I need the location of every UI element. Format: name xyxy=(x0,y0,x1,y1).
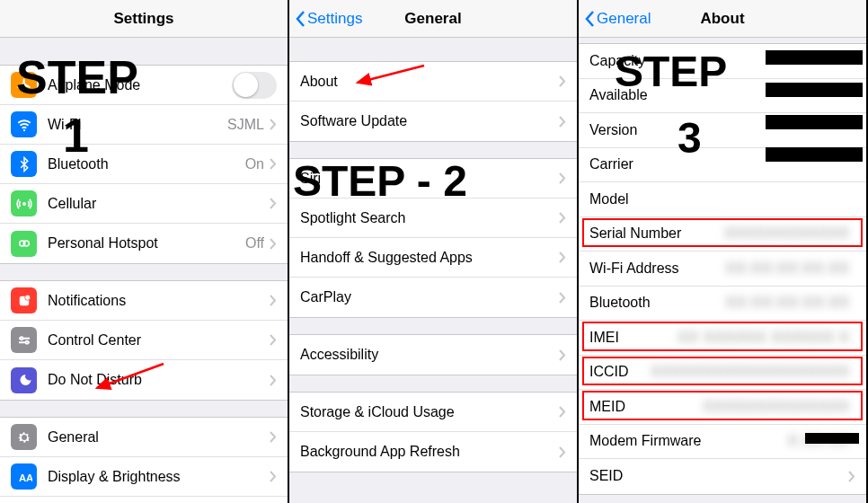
svg-point-0 xyxy=(22,128,24,130)
about-pane: General About CapacityAvailableVersionCa… xyxy=(579,0,868,503)
chevron-right-icon xyxy=(270,238,277,250)
row-label: Wi-Fi xyxy=(48,117,227,133)
settings-group-connectivity: Airplane Mode Wi-Fi SJML Bluetooth On Ce… xyxy=(0,65,288,264)
notifications-icon xyxy=(11,287,37,313)
dnd-icon xyxy=(11,367,37,393)
chevron-right-icon xyxy=(559,116,566,128)
general-group-3: Accessibility xyxy=(289,334,577,375)
row-label: Software Update xyxy=(300,113,559,129)
back-to-general[interactable]: General xyxy=(584,10,651,28)
row-notifications[interactable]: Notifications xyxy=(0,281,288,321)
gear-icon xyxy=(11,424,37,450)
row-wallpaper[interactable]: Wallpaper xyxy=(0,497,288,503)
row-spotlight-search[interactable]: Spotlight Search xyxy=(289,199,577,238)
row-value: XX XXXXXX XXXXXX X xyxy=(678,330,850,346)
row-label: Bluetooth xyxy=(589,295,726,311)
row-label: Storage & iCloud Usage xyxy=(300,404,559,420)
row-label: Modem Firmware xyxy=(589,433,788,449)
chevron-right-icon xyxy=(559,349,566,361)
row-value: XXXXXXXXXXXX xyxy=(724,225,850,242)
row-storage-icloud[interactable]: Storage & iCloud Usage xyxy=(289,393,577,432)
page-title: General xyxy=(404,10,461,28)
row-label: Accessibility xyxy=(300,347,559,363)
chevron-right-icon xyxy=(270,334,277,346)
row-label: IMEI xyxy=(589,330,678,346)
row-do-not-disturb[interactable]: Do Not Disturb xyxy=(0,360,288,400)
row-label: Serial Number xyxy=(589,225,724,242)
general-group-4: Storage & iCloud Usage Background App Re… xyxy=(289,392,577,472)
back-label: General xyxy=(597,10,651,28)
svg-point-1 xyxy=(22,202,24,204)
svg-point-5 xyxy=(24,295,30,300)
page-title: Settings xyxy=(113,10,173,28)
about-row-iccid: ICCIDXXXXXXXXXXXXXXXXXXX xyxy=(579,356,866,391)
row-label: Cellular xyxy=(48,196,270,212)
row-personal-hotspot[interactable]: Personal Hotspot Off xyxy=(0,224,288,263)
redact-box-5 xyxy=(805,433,859,444)
chevron-right-icon xyxy=(270,295,277,306)
row-label: CarPlay xyxy=(300,289,559,305)
chevron-right-icon xyxy=(270,119,277,130)
row-label: Background App Refresh xyxy=(300,444,559,460)
row-general[interactable]: General xyxy=(0,418,288,457)
row-label: Airplane Mode xyxy=(48,77,232,93)
row-handoff[interactable]: Handoff & Suggested Apps xyxy=(289,238,577,278)
chevron-right-icon xyxy=(848,471,855,482)
about-row-meid: MEIDXXXXXXXXXXXXXX xyxy=(579,390,866,425)
row-label: SEID xyxy=(589,468,848,484)
row-airplane-mode[interactable]: Airplane Mode xyxy=(0,66,288,105)
row-carplay[interactable]: CarPlay xyxy=(289,278,577,317)
general-group-2: Siri Spotlight Search Handoff & Suggeste… xyxy=(289,158,577,318)
settings-group-notifications: Notifications Control Center Do Not Dist… xyxy=(0,280,288,401)
row-siri[interactable]: Siri xyxy=(289,159,577,199)
row-value: XXXXXXXXXXXXXXXXXXX xyxy=(651,364,850,380)
row-control-center[interactable]: Control Center xyxy=(0,321,288,360)
row-label: Siri xyxy=(300,171,559,187)
row-label: General xyxy=(48,429,270,446)
control-center-icon xyxy=(11,327,37,353)
chevron-right-icon xyxy=(559,212,566,224)
chevron-right-icon xyxy=(270,198,277,209)
row-software-update[interactable]: Software Update xyxy=(289,101,577,141)
chevron-right-icon xyxy=(559,446,566,458)
row-label: About xyxy=(300,74,559,90)
chevron-right-icon xyxy=(559,172,566,184)
wifi-icon xyxy=(11,111,37,137)
row-about[interactable]: About xyxy=(289,62,577,101)
row-value: XX:XX:XX:XX:XX xyxy=(726,295,851,311)
row-value: SJML xyxy=(227,117,264,133)
general-group-1: About Software Update xyxy=(289,61,577,142)
page-title: About xyxy=(700,10,744,28)
row-cellular[interactable]: Cellular xyxy=(0,184,288,224)
header-bar: Settings General xyxy=(289,0,577,38)
redact-box-4 xyxy=(766,147,863,162)
redact-box-1 xyxy=(766,50,863,65)
row-display-brightness[interactable]: AA Display & Brightness xyxy=(0,457,288,497)
airplane-icon xyxy=(11,72,37,98)
about-list: CapacityAvailableVersionCarrierModelSeri… xyxy=(579,43,866,495)
chevron-right-icon xyxy=(270,431,277,443)
settings-pane: Settings Airplane Mode Wi-Fi SJML Blueto… xyxy=(0,0,289,503)
airplane-toggle[interactable] xyxy=(232,72,277,99)
row-label: Notifications xyxy=(48,293,270,309)
chevron-right-icon xyxy=(559,406,566,418)
about-row-seid[interactable]: SEID xyxy=(579,459,866,494)
row-accessibility[interactable]: Accessibility xyxy=(289,335,577,375)
bluetooth-icon xyxy=(11,151,37,177)
row-label: Spotlight Search xyxy=(300,210,559,226)
row-label: Wi-Fi Address xyxy=(589,260,726,277)
svg-text:AA: AA xyxy=(19,472,32,482)
display-icon: AA xyxy=(11,463,37,490)
chevron-right-icon xyxy=(270,375,277,386)
row-value: Off xyxy=(245,235,264,252)
row-background-app-refresh[interactable]: Background App Refresh xyxy=(289,432,577,472)
row-value: XXXXXXXXXXXXXX xyxy=(704,399,850,415)
back-to-settings[interactable]: Settings xyxy=(295,10,362,28)
chevron-right-icon xyxy=(270,158,277,170)
about-row-serial-number: Serial NumberXXXXXXXXXXXX xyxy=(579,217,866,252)
about-row-wi-fi-address: Wi-Fi AddressXX:XX:XX:XX:XX xyxy=(579,252,866,287)
row-wifi[interactable]: Wi-Fi SJML xyxy=(0,105,288,145)
about-row-bluetooth: BluetoothXX:XX:XX:XX:XX xyxy=(579,287,866,322)
back-label: Settings xyxy=(307,10,362,28)
row-bluetooth[interactable]: Bluetooth On xyxy=(0,145,288,184)
